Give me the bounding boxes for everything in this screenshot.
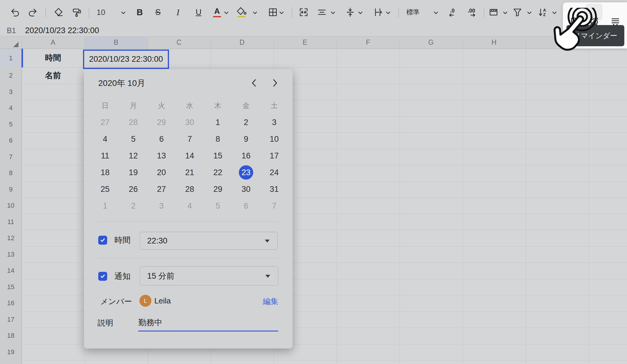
calendar-day[interactable]: 1: [211, 115, 225, 129]
calendar-day[interactable]: 3: [267, 115, 281, 129]
more-toolbar-button[interactable]: [610, 9, 621, 20]
row-header-11[interactable]: 11: [0, 214, 21, 230]
calendar-day[interactable]: 8: [211, 132, 225, 146]
cell-reference-box[interactable]: B1: [4, 24, 19, 36]
row-header-4[interactable]: 4: [0, 100, 21, 116]
calendar-day[interactable]: 18: [98, 165, 112, 180]
calendar-day[interactable]: 29: [154, 115, 169, 129]
chevron-down-icon[interactable]: [279, 10, 284, 16]
selected-cell-b1[interactable]: 2020/10/23 22:30:00: [83, 50, 169, 69]
chevron-down-icon[interactable]: [386, 10, 391, 16]
text-wrap-button[interactable]: [372, 7, 385, 18]
calendar-day[interactable]: 28: [182, 182, 197, 196]
calendar-day[interactable]: 25: [98, 182, 112, 196]
cell-a1[interactable]: 時間: [21, 49, 84, 67]
calendar-day[interactable]: 7: [267, 199, 281, 213]
column-header-h[interactable]: H: [462, 36, 525, 49]
row-header-17[interactable]: 17: [0, 311, 21, 328]
formula-input[interactable]: 2020/10/23 22:30:00: [25, 24, 99, 36]
calendar-day[interactable]: 27: [154, 182, 169, 196]
calendar-day[interactable]: 11: [98, 149, 112, 163]
calendar-day[interactable]: 2: [126, 199, 140, 213]
column-header-c[interactable]: C: [147, 36, 210, 49]
calendar-day[interactable]: 6: [154, 132, 169, 146]
calendar-day[interactable]: 6: [239, 199, 253, 213]
font-size-control[interactable]: 10: [93, 7, 109, 18]
row-header-18[interactable]: 18: [0, 328, 21, 344]
borders-button[interactable]: [266, 7, 279, 18]
chevron-down-icon[interactable]: [224, 10, 229, 16]
merge-cells-button[interactable]: [297, 7, 310, 18]
increase-decimal-button[interactable]: .00: [465, 7, 478, 18]
calendar-day[interactable]: 9: [239, 132, 253, 146]
strikethrough-button[interactable]: S: [151, 7, 165, 18]
column-header-f[interactable]: F: [336, 36, 399, 49]
row-header-8[interactable]: 8: [0, 165, 21, 181]
underline-button[interactable]: U: [192, 7, 205, 18]
row-header-2[interactable]: 2: [0, 67, 21, 84]
calendar-day[interactable]: 10: [267, 132, 281, 146]
row-header-15[interactable]: 15: [0, 279, 21, 295]
calendar-day[interactable]: 24: [267, 165, 281, 180]
calendar-day[interactable]: 4: [182, 199, 197, 213]
bold-button[interactable]: B: [133, 7, 146, 18]
cell-a2[interactable]: 名前: [21, 67, 84, 84]
calendar-day[interactable]: 31: [267, 182, 281, 196]
clear-format-button[interactable]: [52, 7, 65, 18]
column-header-g[interactable]: G: [399, 36, 462, 49]
row-header-6[interactable]: 6: [0, 132, 21, 149]
member-edit-link[interactable]: 編集: [263, 296, 278, 307]
notify-select[interactable]: 15 分前: [140, 266, 278, 286]
row-header-12[interactable]: 12: [0, 230, 21, 246]
calendar-day[interactable]: 19: [126, 165, 140, 180]
calendar-day[interactable]: 20: [154, 165, 169, 180]
row-header-5[interactable]: 5: [0, 116, 21, 133]
decrease-decimal-button[interactable]: .0: [446, 7, 460, 18]
column-header-b[interactable]: B: [84, 36, 147, 49]
time-select[interactable]: 22:30: [140, 232, 278, 250]
row-header-7[interactable]: 7: [0, 149, 21, 165]
chevron-down-icon[interactable]: [253, 10, 257, 16]
calendar-day[interactable]: 23: [239, 165, 253, 180]
filter-button[interactable]: [511, 7, 524, 18]
calendar-day[interactable]: 4: [98, 132, 112, 146]
row-header-19[interactable]: 19: [0, 344, 21, 360]
row-header-10[interactable]: 10: [0, 198, 21, 214]
chevron-down-icon[interactable]: [358, 10, 363, 16]
calendar-prev-button[interactable]: [248, 77, 260, 89]
vertical-align-button[interactable]: [344, 7, 357, 18]
chevron-down-icon[interactable]: [121, 10, 126, 16]
calendar-day[interactable]: 2: [239, 115, 253, 129]
row-header-16[interactable]: 16: [0, 295, 21, 311]
time-checkbox[interactable]: [98, 236, 107, 245]
redo-button[interactable]: [26, 7, 39, 18]
row-header-1[interactable]: 1: [0, 49, 21, 67]
calendar-day[interactable]: 13: [154, 149, 169, 163]
calendar-day[interactable]: 30: [239, 182, 253, 196]
notify-checkbox[interactable]: [98, 272, 107, 281]
row-header-13[interactable]: 13: [0, 246, 21, 263]
calendar-day[interactable]: 1: [98, 199, 112, 213]
calendar-day[interactable]: 5: [211, 199, 225, 213]
calendar-day[interactable]: 29: [211, 182, 225, 196]
calendar-day[interactable]: 28: [126, 115, 140, 129]
select-all-icon[interactable]: [13, 42, 19, 47]
calendar-day[interactable]: 21: [182, 165, 197, 180]
chevron-down-icon[interactable]: [527, 10, 532, 16]
calendar-day[interactable]: 14: [182, 149, 197, 163]
fill-color-button[interactable]: [235, 7, 248, 18]
row-header-9[interactable]: 9: [0, 181, 21, 198]
paint-format-button[interactable]: [70, 7, 83, 18]
calendar-next-button[interactable]: [269, 77, 281, 89]
calendar-day[interactable]: 22: [211, 165, 225, 180]
calendar-day[interactable]: 7: [182, 132, 197, 146]
italic-button[interactable]: I: [171, 7, 185, 18]
row-header-3[interactable]: 3: [0, 84, 21, 100]
calendar-day[interactable]: 15: [211, 149, 225, 163]
column-header-a[interactable]: A: [21, 36, 84, 49]
horizontal-align-button[interactable]: [315, 7, 328, 18]
calendar-day[interactable]: 26: [126, 182, 140, 196]
undo-button[interactable]: [9, 7, 22, 18]
calendar-day[interactable]: 30: [182, 115, 197, 129]
freeze-button[interactable]: [487, 7, 500, 18]
